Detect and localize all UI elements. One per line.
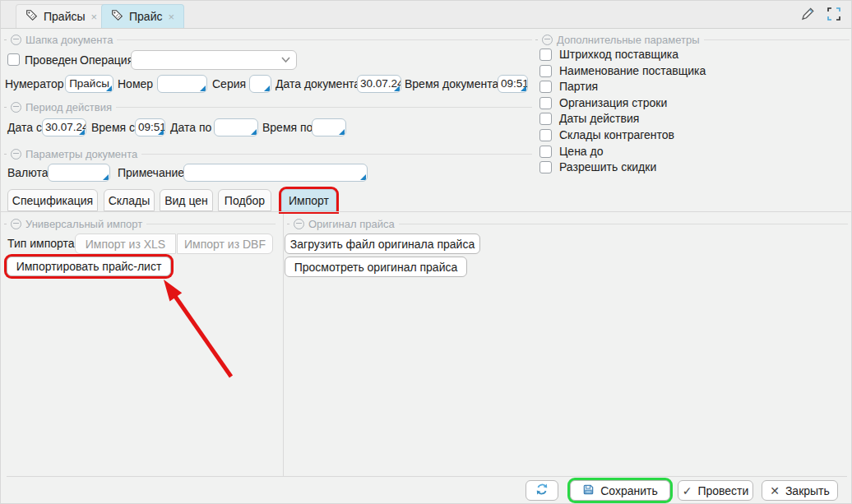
save-label: Сохранить xyxy=(600,484,658,497)
additional-params-list: Штрихкод поставщика Наименование поставщ… xyxy=(539,49,850,178)
close-x-icon: ✕ xyxy=(770,484,780,497)
checkbox-row-validity-dates[interactable]: Даты действия xyxy=(539,113,850,125)
import-dbf-button[interactable]: Импорт из DBF xyxy=(177,234,273,254)
checkbox[interactable] xyxy=(539,161,552,173)
checkbox-row-counterparty-warehouses[interactable]: Склады контрагентов xyxy=(539,129,850,141)
expand-fullscreen-icon[interactable] xyxy=(827,7,841,24)
check-icon: ✓ xyxy=(683,484,692,497)
checkbox-row-barcode[interactable]: Штрихкод поставщика xyxy=(539,49,850,61)
section-header-universal-import: Универсальный импорт xyxy=(4,218,276,229)
checkbox[interactable] xyxy=(539,49,552,61)
tag-icon xyxy=(111,9,123,24)
numerator-label: Нумератор xyxy=(5,75,63,93)
section-title: Универсальный импорт xyxy=(25,218,142,230)
collapse-minus-icon[interactable] xyxy=(11,102,21,113)
checkbox-row-row-organization[interactable]: Организация строки xyxy=(539,97,850,109)
checkbox[interactable] xyxy=(539,81,552,93)
edit-pencil-icon[interactable] xyxy=(799,6,816,25)
date-from-label: Дата с xyxy=(7,118,42,136)
tab-warehouses[interactable]: Склады xyxy=(104,189,155,211)
doc-date-field[interactable]: 30.07.24 xyxy=(357,75,401,93)
tab-import[interactable]: Импорт xyxy=(281,189,336,211)
section-header-original-price: Оригинал прайса xyxy=(287,218,848,229)
number-field[interactable] xyxy=(157,75,207,93)
load-original-file-button[interactable]: Загрузить файл оригинала прайса xyxy=(285,234,480,254)
checkbox-row-price-to[interactable]: Цена до xyxy=(539,146,850,158)
import-type-label: Тип импорта xyxy=(7,234,75,254)
operation-label: Операция xyxy=(80,50,133,70)
import-xls-button[interactable]: Импорт из XLS xyxy=(75,234,176,254)
tab-price-type[interactable]: Вид цен xyxy=(160,189,213,211)
window-tab-price[interactable]: Прайс × xyxy=(101,4,184,28)
app-window: Прайсы × Прайс × xyxy=(0,0,852,504)
collapse-minus-icon[interactable] xyxy=(542,35,553,45)
panel-divider xyxy=(283,214,284,476)
close-button[interactable]: ✕ Закрыть xyxy=(762,480,838,501)
close-icon[interactable]: × xyxy=(91,12,98,22)
checkbox-row-allow-discounts[interactable]: Разрешить скидки xyxy=(539,161,850,173)
checkbox-row-supplier-name[interactable]: Наименование поставщика xyxy=(539,65,850,77)
checkbox[interactable] xyxy=(539,97,552,109)
operation-select[interactable] xyxy=(131,50,297,70)
series-field[interactable] xyxy=(249,75,271,93)
time-to-label: Время по xyxy=(262,118,313,136)
date-to-field[interactable] xyxy=(214,118,258,136)
numerator-field[interactable]: Прайсы xyxy=(65,75,113,93)
window-tab-pricelists[interactable]: Прайсы × xyxy=(16,4,107,28)
checkbox[interactable] xyxy=(539,146,552,158)
post-label: Провести xyxy=(697,484,748,497)
time-from-label: Время с xyxy=(91,118,135,136)
doc-time-field[interactable]: 09:51 xyxy=(498,75,528,93)
refresh-icon xyxy=(535,483,549,498)
section-title: Период действия xyxy=(25,101,112,113)
section-title: Дополнительные параметры xyxy=(557,34,700,46)
window-tab-bar: Прайсы × Прайс × xyxy=(1,1,851,29)
window-tab-label: Прайсы xyxy=(44,10,86,23)
tab-selection[interactable]: Подбор xyxy=(218,189,271,211)
time-from-field[interactable]: 09:51 xyxy=(135,118,165,136)
tab-specification[interactable]: Спецификация xyxy=(7,189,98,211)
checkbox[interactable] xyxy=(539,129,552,141)
section-title: Параметры документа xyxy=(25,148,137,160)
proveden-label: Проведен xyxy=(25,50,77,70)
section-header-period: Период действия xyxy=(4,101,532,113)
annotation-arrow xyxy=(153,274,243,385)
checkbox[interactable] xyxy=(539,113,552,125)
section-title: Оригинал прайса xyxy=(308,218,395,230)
tag-icon xyxy=(25,9,38,24)
note-field[interactable] xyxy=(183,164,368,182)
date-from-field[interactable]: 30.07.24 xyxy=(42,118,86,136)
currency-label: Валюта xyxy=(7,164,49,182)
collapse-minus-icon[interactable] xyxy=(11,35,21,45)
time-to-field[interactable] xyxy=(312,118,346,136)
checkbox[interactable] xyxy=(539,65,552,77)
import-pricelist-button[interactable]: Импортировать прайс-лист xyxy=(7,257,171,276)
save-disk-icon xyxy=(582,483,595,498)
doc-time-label: Время документа xyxy=(405,75,498,93)
proveden-checkbox[interactable] xyxy=(7,53,20,66)
close-label: Закрыть xyxy=(785,484,830,497)
collapse-minus-icon[interactable] xyxy=(11,219,21,229)
post-button[interactable]: ✓ Провести xyxy=(678,480,753,501)
note-label: Примечание xyxy=(118,164,184,182)
close-icon[interactable]: × xyxy=(168,12,174,22)
collapse-minus-icon[interactable] xyxy=(11,149,21,160)
section-title: Шапка документа xyxy=(25,34,113,46)
footer-divider xyxy=(7,476,847,477)
view-original-button[interactable]: Просмотреть оригинал прайса xyxy=(285,257,467,277)
checkbox-row-batch[interactable]: Партия xyxy=(539,81,850,93)
collapse-minus-icon[interactable] xyxy=(294,219,304,229)
section-header-shapka: Шапка документа xyxy=(4,34,532,45)
series-label: Серия xyxy=(212,75,246,93)
currency-field[interactable] xyxy=(48,164,110,182)
chevron-down-icon xyxy=(281,57,290,63)
doc-date-label: Дата документа xyxy=(276,75,360,93)
section-header-params: Параметры документа xyxy=(4,148,532,160)
refresh-button[interactable] xyxy=(526,480,558,501)
window-tab-label: Прайс xyxy=(129,10,162,23)
date-to-label: Дата по xyxy=(170,118,211,136)
tab-strip-baseline xyxy=(1,211,852,212)
section-header-additional: Дополнительные параметры xyxy=(535,34,850,45)
number-label: Номер xyxy=(118,75,153,93)
save-button[interactable]: Сохранить xyxy=(570,480,670,501)
